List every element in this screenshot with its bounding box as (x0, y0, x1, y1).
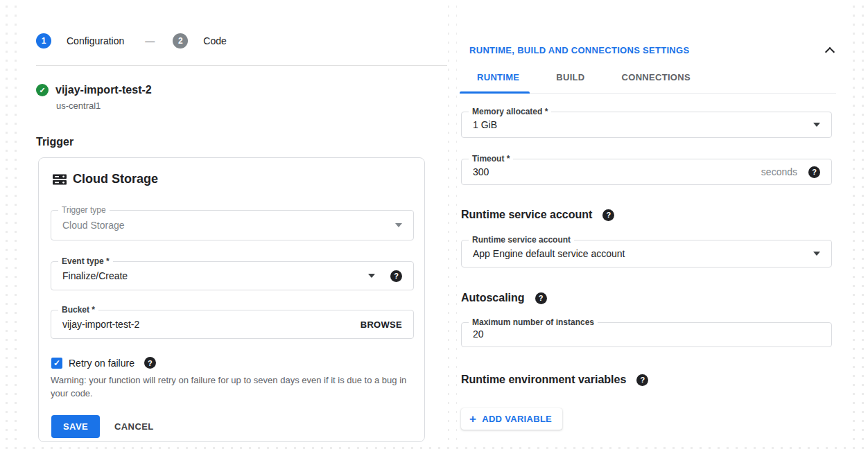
tab-runtime[interactable]: RUNTIME (477, 72, 519, 93)
event-type-select[interactable]: Event type * Finalize/Create ? (51, 261, 414, 290)
function-status-row: ✓ vijay-import-test-2 (36, 84, 447, 96)
env-vars-help-icon[interactable]: ? (636, 374, 648, 386)
tab-build[interactable]: BUILD (556, 72, 584, 93)
settings-section-toggle[interactable]: RUNTIME, BUILD AND CONNECTIONS SETTINGS (469, 45, 689, 55)
chevron-down-icon (395, 223, 402, 227)
settings-tabs-wrap: RUNTIME BUILD CONNECTIONS (457, 72, 849, 94)
runtime-service-account-heading-row: Runtime service account ? (461, 209, 849, 221)
settings-tabs: RUNTIME BUILD CONNECTIONS (477, 72, 849, 93)
chevron-up-icon[interactable] (825, 47, 835, 57)
settings-header: RUNTIME, BUILD AND CONNECTIONS SETTINGS (469, 45, 833, 55)
active-tab-underline (460, 91, 530, 94)
step-1-label[interactable]: Configuration (67, 35, 124, 46)
chevron-down-icon (813, 252, 820, 256)
save-button[interactable]: SAVE (51, 415, 100, 438)
bucket-value[interactable]: vijay-import-test-2 (62, 319, 139, 330)
max-instances-field[interactable]: Maximum number of instances 20 (461, 322, 832, 347)
trigger-type-select[interactable]: Trigger type Cloud Storage (51, 210, 414, 240)
env-vars-heading: Runtime environment variables (461, 374, 626, 386)
cancel-button[interactable]: CANCEL (114, 421, 154, 432)
trigger-type-label: Trigger type (58, 205, 110, 215)
add-variable-button[interactable]: + ADD VARIABLE (461, 408, 562, 430)
trigger-card-title: Cloud Storage (73, 172, 158, 186)
memory-allocated-value: 1 GiB (473, 119, 497, 130)
event-type-help-icon[interactable]: ? (390, 270, 402, 282)
bucket-label: Bucket * (58, 305, 98, 315)
trigger-card-title-row: Cloud Storage (53, 172, 413, 186)
step-2-label[interactable]: Code (203, 35, 226, 46)
retry-checkbox[interactable]: ✓ (51, 358, 62, 369)
max-instances-label: Maximum number of instances (469, 317, 598, 327)
runtime-service-account-value: App Engine default service account (473, 248, 625, 259)
chevron-down-icon (813, 123, 820, 127)
browse-button[interactable]: BROWSE (361, 319, 402, 330)
retry-row: ✓ Retry on failure ? (51, 357, 413, 369)
step-separator: — (145, 35, 155, 46)
env-vars-heading-row: Runtime environment variables ? (461, 374, 849, 386)
cloud-storage-icon (53, 173, 67, 186)
timeout-label: Timeout * (469, 154, 513, 164)
runtime-service-account-heading: Runtime service account (461, 209, 592, 221)
autoscaling-heading-row: Autoscaling ? (461, 292, 849, 304)
step-2-circle[interactable]: 2 (173, 33, 188, 49)
stepper-divider (36, 65, 447, 66)
memory-allocated-select[interactable]: Memory allocated * 1 GiB (461, 112, 832, 138)
tab-connections[interactable]: CONNECTIONS (622, 72, 691, 93)
function-name: vijay-import-test-2 (55, 84, 152, 96)
runtime-service-account-select[interactable]: Runtime service account App Engine defau… (461, 240, 832, 268)
trigger-type-value: Cloud Storage (62, 220, 125, 231)
retry-label: Retry on failure (69, 358, 134, 369)
timeout-help-icon[interactable]: ? (808, 166, 820, 178)
runtime-service-account-label: Runtime service account (469, 235, 574, 245)
trigger-card: Cloud Storage Trigger type Cloud Storage… (38, 157, 425, 442)
function-region: us-central1 (56, 100, 447, 111)
plus-icon: + (469, 414, 476, 423)
autoscaling-heading: Autoscaling (461, 292, 525, 304)
memory-allocated-label: Memory allocated * (469, 107, 551, 116)
event-type-value: Finalize/Create (62, 270, 128, 281)
event-type-label: Event type * (58, 256, 113, 266)
autoscaling-help-icon[interactable]: ? (535, 292, 547, 304)
settings-panel: RUNTIME, BUILD AND CONNECTIONS SETTINGS … (457, 6, 849, 447)
max-instances-value[interactable]: 20 (473, 328, 484, 340)
trigger-card-actions: SAVE CANCEL (51, 415, 413, 438)
trigger-section-heading: Trigger (36, 136, 447, 148)
success-check-icon: ✓ (36, 84, 49, 96)
step-1-circle[interactable]: 1 (36, 33, 51, 49)
timeout-field[interactable]: Timeout * 300 seconds ? (461, 159, 832, 185)
configuration-panel: 1 Configuration — 2 Code ✓ vijay-import-… (19, 6, 448, 447)
stepper: 1 Configuration — 2 Code (36, 33, 447, 49)
retry-help-icon[interactable]: ? (144, 357, 156, 369)
retry-warning-text: Warning: your function will retry on fai… (51, 374, 417, 400)
add-variable-label: ADD VARIABLE (482, 414, 552, 424)
chevron-down-icon (368, 274, 375, 278)
timeout-value[interactable]: 300 (473, 166, 489, 177)
bucket-field[interactable]: Bucket * vijay-import-test-2 BROWSE (51, 310, 414, 339)
runtime-service-account-help-icon[interactable]: ? (602, 209, 614, 221)
timeout-unit: seconds (761, 166, 797, 177)
